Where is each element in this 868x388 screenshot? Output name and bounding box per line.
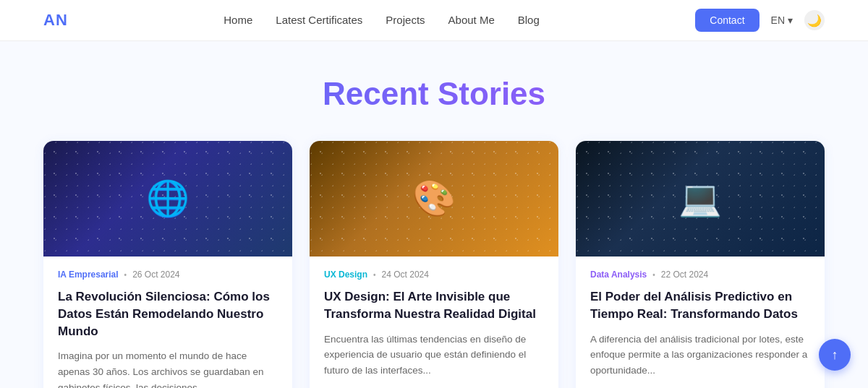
card-excerpt-data: A diferencia del análisis tradicional po… [590,332,810,379]
nav-certificates[interactable]: Latest Certificates [276,14,362,26]
card-image-ux: 🎨 [310,141,558,256]
nav-projects[interactable]: Projects [386,14,425,26]
card-data: 💻 Data Analysis • 22 Oct 2024 El Poder d… [576,141,825,388]
moon-icon: 🌙 [807,14,822,27]
card-excerpt-ia: Imagina por un momento el mundo de hace … [58,348,278,388]
nav-right: Contact EN ▾ 🌙 [695,9,825,32]
card-date-ux: 24 Oct 2024 [382,270,429,280]
meta-dot-ia: • [124,271,127,279]
navbar: AN Home Latest Certificates Projects Abo… [0,0,868,41]
dark-mode-toggle[interactable]: 🌙 [804,10,825,30]
data-icon: 💻 [678,178,722,219]
card-title-ux: UX Design: El Arte Invisible que Transfo… [324,288,544,323]
nav-blog[interactable]: Blog [518,14,540,26]
card-body-ux: UX Design • 24 Oct 2024 UX Design: El Ar… [310,256,558,388]
chevron-down-icon: ▾ [788,14,793,26]
card-date-data: 22 Oct 2024 [661,270,708,280]
card-image-data: 💻 [576,141,825,256]
meta-dot-ux: • [373,271,376,279]
tech-icon: 🌐 [146,178,190,219]
nav-about[interactable]: About Me [448,14,495,26]
card-ia: 🌐 IA Empresarial • 26 Oct 2024 La Revolu… [43,141,292,388]
card-tag-ux[interactable]: UX Design [324,270,367,280]
meta-dot-data: • [652,271,655,279]
brand-logo[interactable]: AN [43,11,68,30]
card-tag-data[interactable]: Data Analysis [590,270,647,280]
language-selector[interactable]: EN ▾ [771,14,793,26]
card-title-ia: La Revolución Silenciosa: Cómo los Datos… [58,288,278,340]
section-title: Recent Stories [43,76,825,112]
main-content: Recent Stories 🌐 IA Empresarial • 26 Oct… [0,41,868,388]
ux-icon: 🎨 [412,178,456,219]
scroll-top-button[interactable]: ↑ [819,339,851,371]
card-body-ia: IA Empresarial • 26 Oct 2024 La Revoluci… [43,256,292,388]
card-body-data: Data Analysis • 22 Oct 2024 El Poder del… [576,256,825,388]
card-meta-ux: UX Design • 24 Oct 2024 [324,270,544,280]
card-date-ia: 26 Oct 2024 [132,270,179,280]
nav-home[interactable]: Home [224,14,252,26]
card-tag-ia[interactable]: IA Empresarial [58,270,119,280]
cards-grid: 🌐 IA Empresarial • 26 Oct 2024 La Revolu… [43,141,825,388]
arrow-up-icon: ↑ [832,348,838,363]
contact-button[interactable]: Contact [695,9,759,32]
card-meta-ia: IA Empresarial • 26 Oct 2024 [58,270,278,280]
card-title-data: El Poder del Análisis Predictivo en Tiem… [590,288,810,323]
card-ux: 🎨 UX Design • 24 Oct 2024 UX Design: El … [310,141,558,388]
card-image-ia: 🌐 [43,141,292,256]
lang-label: EN [771,14,785,26]
card-excerpt-ux: Encuentra las últimas tendencias en dise… [324,332,544,379]
nav-links: Home Latest Certificates Projects About … [224,14,540,27]
card-meta-data: Data Analysis • 22 Oct 2024 [590,270,810,280]
